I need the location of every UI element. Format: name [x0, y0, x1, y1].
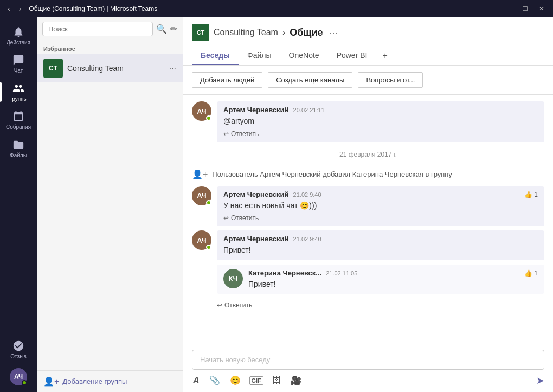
channel-team-name: Consulting Team [214, 28, 278, 37]
message-time: 20.02 21:11 [293, 107, 325, 113]
add-group-label: Добавление группы [62, 377, 127, 385]
user-avatar[interactable]: АЧ [10, 368, 27, 385]
favorites-label: Избранное [37, 41, 183, 54]
message-time: 21.02 9:40 [293, 191, 321, 198]
attach-button[interactable]: 📎 [208, 374, 221, 387]
reply-author: Катерина Черневск... [248, 269, 321, 277]
channel-header: CT Consulting Team › Общие ··· Беседы Фа… [183, 17, 553, 66]
add-group-icon: 👤+ [43, 376, 59, 387]
reply-time: 21.02 11:05 [326, 270, 357, 277]
compose-placeholder: Начать новую беседу [200, 356, 270, 364]
close-button[interactable]: ✕ [535, 4, 549, 14]
search-input[interactable] [42, 22, 153, 36]
send-button[interactable]: ➤ [536, 375, 544, 387]
threaded-reply: КЧ Катерина Черневск... 21.02 11:05 👍 1 … [217, 265, 544, 294]
sidebar-label-feedback: Отзыв [10, 354, 26, 359]
reply-text: Привет! [248, 279, 538, 290]
main-content: CT Consulting Team › Общие ··· Беседы Фа… [183, 17, 553, 392]
channel-tabs: Беседы Файлы OneNote Power BI + [192, 47, 544, 65]
sidebar-item-meetings[interactable]: Собрания [0, 106, 37, 134]
online-indicator [22, 380, 27, 385]
sidebar-item-teams[interactable]: Группы [0, 78, 37, 106]
online-indicator [206, 115, 211, 121]
online-indicator [206, 200, 211, 205]
search-button[interactable]: 🔍 [156, 24, 167, 34]
tab-add-button[interactable]: + [376, 47, 394, 65]
panel-sidebar: 🔍 ✏ Избранное CT Consulting Team ··· 👤+ … [37, 17, 183, 392]
reply-button[interactable]: ↩ Ответить [223, 130, 538, 138]
team-more-button[interactable]: ··· [169, 63, 176, 73]
reply-button[interactable]: ↩ Ответить [217, 301, 544, 309]
message-avatar: АЧ [192, 186, 211, 205]
message-block: АЧ Артем Черневский 20.02 21:11 @artyom … [192, 101, 544, 142]
sidebar-icons: Действия Чат Группы Собрания [0, 17, 37, 392]
nav-forward-button[interactable]: › [16, 3, 25, 14]
thread-reply-area: ↩ Ответить [217, 298, 544, 309]
titlebar-controls: — ☐ ✕ [500, 4, 549, 14]
sidebar-item-feedback[interactable]: Отзыв [10, 336, 27, 364]
app-body: Действия Чат Группы Собрания [0, 17, 553, 392]
message-author: Артем Черневский [223, 235, 289, 243]
message-avatar: АЧ [192, 101, 211, 121]
tab-conversations[interactable]: Беседы [192, 47, 239, 65]
compose-input[interactable]: Начать новую беседу [192, 350, 544, 370]
tab-onenote[interactable]: OneNote [280, 47, 328, 65]
message-text: Привет! [223, 245, 538, 256]
system-message-text: Пользователь Артем Черневский добавил Ка… [212, 170, 452, 178]
team-avatar: CT [43, 59, 63, 78]
message-text: У нас есть новый чат 😊))) [223, 201, 538, 211]
message-header: Артем Черневский 20.02 21:11 [223, 106, 538, 114]
qa-button[interactable]: Вопросы и от... [358, 72, 423, 88]
message-bubble: Артем Черневский 21.02 9:40 👍 1 У нас ес… [217, 186, 544, 227]
create-channel-button[interactable]: Создать еще каналы [268, 72, 352, 88]
sticker-button[interactable]: 🖼 [271, 375, 282, 387]
reply-avatar: КЧ [223, 269, 243, 288]
message-header: Артем Черневский 21.02 9:40 [223, 235, 538, 243]
video-button[interactable]: 🎥 [290, 374, 303, 387]
channel-name: Общие [290, 27, 323, 38]
tab-powerbi[interactable]: Power BI [328, 47, 376, 65]
sidebar-item-activity[interactable]: Действия [0, 22, 37, 50]
reply-header: Катерина Черневск... 21.02 11:05 👍 1 [248, 269, 538, 277]
message-time: 21.02 9:40 [293, 236, 321, 242]
nav-back-button[interactable]: ‹ [4, 3, 14, 14]
action-buttons: Добавить людей Создать еще каналы Вопрос… [183, 66, 553, 95]
format-button[interactable]: A [192, 375, 201, 387]
team-list-item[interactable]: CT Consulting Team ··· [37, 54, 183, 82]
sidebar-item-files[interactable]: Файлы [0, 134, 37, 163]
messages-area: АЧ Артем Черневский 20.02 21:11 @artyom … [183, 95, 553, 344]
titlebar-nav: ‹ › [4, 3, 24, 14]
minimize-button[interactable]: — [500, 4, 516, 14]
sidebar-label-teams: Группы [9, 96, 27, 102]
maximize-button[interactable]: ☐ [518, 4, 532, 14]
channel-more-button[interactable]: ··· [330, 27, 338, 38]
reply-like[interactable]: 👍 1 [524, 269, 538, 277]
reply-button[interactable]: ↩ Ответить [223, 214, 538, 222]
compose-toolbar: A 📎 😊 GIF 🖼 🎥 ➤ [192, 374, 544, 387]
emoji-button[interactable]: 😊 [229, 374, 242, 387]
compose-button[interactable]: ✏ [170, 24, 177, 34]
message-header: Артем Черневский 21.02 9:40 👍 1 [223, 190, 538, 198]
message-block: АЧ Артем Черневский 21.02 9:40 👍 1 У нас… [192, 186, 544, 227]
online-indicator [206, 245, 211, 250]
add-group-button[interactable]: 👤+ Добавление группы [37, 370, 183, 392]
channel-title-row: CT Consulting Team › Общие ··· [192, 24, 544, 41]
team-name: Consulting Team [67, 64, 165, 73]
sidebar-label-files: Файлы [10, 152, 27, 158]
sidebar-bottom: Отзыв АЧ [10, 336, 27, 392]
message-author: Артем Черневский [223, 190, 289, 198]
compose-area: Начать новую беседу A 📎 😊 GIF 🖼 🎥 ➤ [183, 344, 553, 392]
add-people-button[interactable]: Добавить людей [192, 72, 262, 88]
sidebar-item-chat[interactable]: Чат [0, 50, 37, 78]
gif-button[interactable]: GIF [249, 376, 263, 385]
system-icon: 👤+ [192, 169, 208, 179]
tab-files[interactable]: Файлы [239, 47, 280, 65]
message-bubble: Артем Черневский 21.02 9:40 Привет! [217, 230, 544, 260]
date-divider: 21 февраля 2017 г. [192, 146, 544, 163]
titlebar: ‹ › Общие (Consulting Team) | Microsoft … [0, 0, 553, 17]
titlebar-title: Общие (Consulting Team) | Microsoft Team… [29, 5, 157, 12]
message-text: @artyom [223, 116, 538, 127]
channel-separator: › [282, 28, 285, 37]
message-like[interactable]: 👍 1 [524, 191, 538, 198]
message-bubble: Артем Черневский 20.02 21:11 @artyom ↩ О… [217, 101, 544, 142]
